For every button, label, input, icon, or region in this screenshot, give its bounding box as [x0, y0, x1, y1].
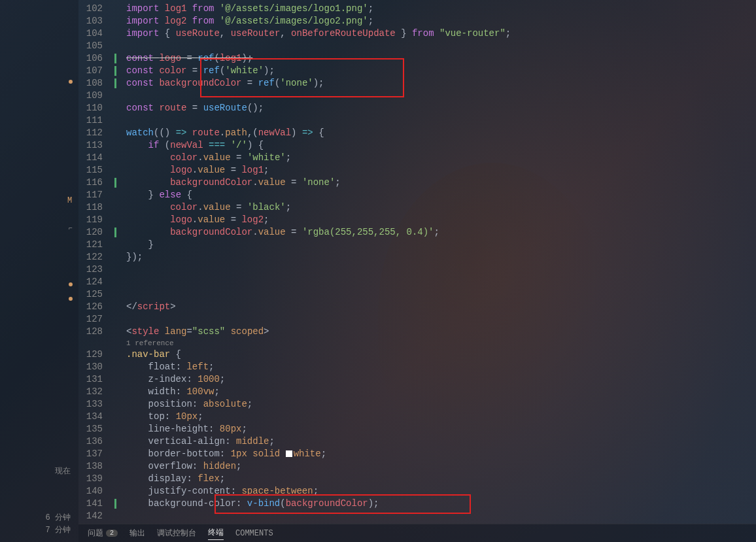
- code-line[interactable]: 122});: [78, 251, 756, 263]
- code-line[interactable]: 137 border-bottom: 1px solid white;: [78, 448, 756, 460]
- panel-tab-调试控制台[interactable]: 调试控制台: [157, 528, 196, 539]
- code-line[interactable]: 113 if (newVal === '/') {: [78, 139, 756, 152]
- code-line[interactable]: 139 display: flex;: [78, 473, 756, 485]
- line-content[interactable]: } else {: [120, 189, 756, 201]
- code-line[interactable]: 115 logo.value = log1;: [78, 164, 756, 177]
- code-line[interactable]: 106const logo = ref(log1);: [78, 52, 756, 65]
- editor-area[interactable]: 102import log1 from '@/assets/images/log…: [78, 0, 756, 542]
- line-content[interactable]: </script>: [120, 301, 756, 313]
- code-line[interactable]: 126</script>: [78, 301, 756, 313]
- code-line[interactable]: 117 } else {: [78, 189, 756, 201]
- code-line[interactable]: 128<style lang="scss" scoped>: [78, 326, 756, 338]
- codelens[interactable]: 1 reference: [78, 338, 756, 348]
- code-line[interactable]: 105: [78, 40, 756, 52]
- line-content[interactable]: top: 10px;: [120, 411, 756, 423]
- line-content[interactable]: width: 100vw;: [120, 386, 756, 398]
- line-content[interactable]: display: flex;: [120, 473, 756, 485]
- code-line[interactable]: 120 backgroundColor.value = 'rgba(255,25…: [78, 226, 756, 239]
- code-line[interactable]: 129.nav-bar {: [78, 348, 756, 361]
- line-gutter: [114, 177, 120, 189]
- line-content[interactable]: const color = ref('white');: [120, 65, 756, 77]
- line-content[interactable]: }: [120, 239, 756, 251]
- line-number: 122: [78, 251, 114, 263]
- code-line[interactable]: 112watch(() => route.path,(newVal) => {: [78, 127, 756, 139]
- line-content[interactable]: position: absolute;: [120, 398, 756, 411]
- line-content[interactable]: backgroundColor.value = 'none';: [120, 177, 756, 189]
- line-content[interactable]: });: [120, 251, 756, 263]
- code-line[interactable]: 134 top: 10px;: [78, 411, 756, 423]
- code-line[interactable]: 103import log2 from '@/assets/images/log…: [78, 15, 756, 27]
- code-line[interactable]: 102import log1 from '@/assets/images/log…: [78, 3, 756, 15]
- line-gutter: [114, 152, 120, 164]
- line-content[interactable]: [120, 114, 756, 127]
- git-gutter-mark: [114, 54, 116, 63]
- panel-tab-输出[interactable]: 输出: [129, 528, 145, 539]
- code-line[interactable]: 130 float: left;: [78, 361, 756, 373]
- line-content[interactable]: color.value = 'black';: [120, 201, 756, 214]
- code-line[interactable]: 108const backgroundColor = ref('none');: [78, 77, 756, 90]
- line-content[interactable]: overflow: hidden;: [120, 460, 756, 473]
- line-content[interactable]: color.value = 'white';: [120, 152, 756, 164]
- code-line[interactable]: 125: [78, 288, 756, 301]
- line-content[interactable]: line-height: 80px;: [120, 423, 756, 435]
- code-line[interactable]: 127: [78, 313, 756, 326]
- line-content[interactable]: import log2 from '@/assets/images/logo2.…: [120, 15, 756, 27]
- line-content[interactable]: background-color: v-bind(backgroundColor…: [120, 498, 756, 510]
- line-content[interactable]: const route = useRoute();: [120, 102, 756, 114]
- panel-tab-comments[interactable]: COMMENTS: [235, 529, 273, 538]
- code-line[interactable]: 131 z-index: 1000;: [78, 373, 756, 386]
- code-line[interactable]: 121 }: [78, 239, 756, 251]
- code-line[interactable]: 140 justify-content: space-between;: [78, 485, 756, 498]
- code-line[interactable]: 136 vertical-align: middle;: [78, 435, 756, 448]
- code-line[interactable]: 110const route = useRoute();: [78, 102, 756, 114]
- line-content[interactable]: vertical-align: middle;: [120, 435, 756, 448]
- code-line[interactable]: 135 line-height: 80px;: [78, 423, 756, 435]
- code-line[interactable]: 142: [78, 510, 756, 522]
- code-line[interactable]: 116 backgroundColor.value = 'none';: [78, 177, 756, 189]
- code-line[interactable]: 124: [78, 276, 756, 288]
- line-content[interactable]: import { useRoute, useRouter, onBeforeRo…: [120, 27, 756, 40]
- line-gutter: [114, 276, 120, 288]
- code-line[interactable]: 141 background-color: v-bind(backgroundC…: [78, 498, 756, 510]
- line-content[interactable]: border-bottom: 1px solid white;: [120, 448, 756, 460]
- line-content[interactable]: const logo = ref(log1);: [120, 52, 756, 65]
- code-line[interactable]: 132 width: 100vw;: [78, 386, 756, 398]
- line-content[interactable]: [120, 276, 756, 288]
- code-line[interactable]: 104import { useRoute, useRouter, onBefor…: [78, 27, 756, 40]
- line-content[interactable]: const backgroundColor = ref('none');: [120, 77, 756, 90]
- line-content[interactable]: [120, 263, 756, 276]
- code-line[interactable]: 109: [78, 90, 756, 102]
- code-line[interactable]: 133 position: absolute;: [78, 398, 756, 411]
- code-line[interactable]: 138 overflow: hidden;: [78, 460, 756, 473]
- line-number: 111: [78, 114, 114, 127]
- code-line[interactable]: 114 color.value = 'white';: [78, 152, 756, 164]
- panel-tab-问题[interactable]: 问题2: [88, 528, 118, 539]
- code-line[interactable]: 123: [78, 263, 756, 276]
- line-number: 135: [78, 423, 114, 435]
- line-content[interactable]: [120, 313, 756, 326]
- panel-tab-终端[interactable]: 终端: [208, 527, 224, 540]
- code-line[interactable]: 107const color = ref('white');: [78, 65, 756, 77]
- line-content[interactable]: if (newVal === '/') {: [120, 139, 756, 152]
- code-line[interactable]: 111: [78, 114, 756, 127]
- line-content[interactable]: import log1 from '@/assets/images/logo1.…: [120, 3, 756, 15]
- line-number: 103: [78, 15, 114, 27]
- line-content[interactable]: float: left;: [120, 361, 756, 373]
- code-line[interactable]: 119 logo.value = log2;: [78, 214, 756, 226]
- line-number: 134: [78, 411, 114, 423]
- line-content[interactable]: logo.value = log2;: [120, 214, 756, 226]
- line-content[interactable]: justify-content: space-between;: [120, 485, 756, 498]
- line-content[interactable]: .nav-bar {: [120, 348, 756, 361]
- line-content[interactable]: [120, 288, 756, 301]
- line-content[interactable]: [120, 90, 756, 102]
- line-content[interactable]: <style lang="scss" scoped>: [120, 326, 756, 338]
- code-line[interactable]: 118 color.value = 'black';: [78, 201, 756, 214]
- line-content[interactable]: watch(() => route.path,(newVal) => {: [120, 127, 756, 139]
- line-content[interactable]: z-index: 1000;: [120, 373, 756, 386]
- line-number: 119: [78, 214, 114, 226]
- code-editor[interactable]: 102import log1 from '@/assets/images/log…: [78, 0, 756, 524]
- line-content[interactable]: backgroundColor.value = 'rgba(255,255,25…: [120, 226, 756, 239]
- line-content[interactable]: [120, 510, 756, 522]
- line-content[interactable]: logo.value = log1;: [120, 164, 756, 177]
- line-content[interactable]: [120, 40, 756, 52]
